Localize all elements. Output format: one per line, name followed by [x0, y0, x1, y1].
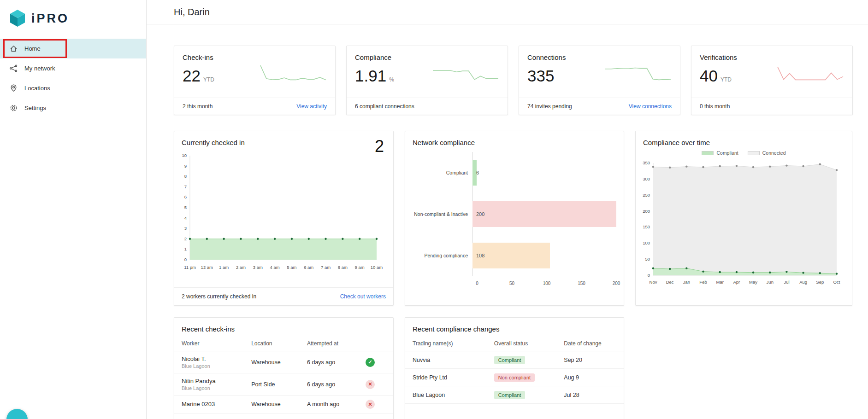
network-icon: [9, 64, 18, 73]
table-row: Nicolai T. Blue Lagoon Warehouse 6 days …: [174, 351, 393, 373]
greeting-text: Hi, Darin: [174, 7, 210, 17]
svg-text:8: 8: [184, 174, 187, 179]
location-pin-icon: [9, 84, 18, 93]
content: Check-ins 22 YTD 2 this month View activ…: [147, 24, 868, 419]
svg-text:10: 10: [182, 153, 187, 158]
svg-text:11 pm: 11 pm: [184, 265, 196, 270]
stat-footer-text: 74 invites pending: [527, 103, 572, 110]
location-cell: Warehouse: [251, 401, 307, 407]
main-area: Hi, Darin Check-ins 22 YTD 2 this month …: [147, 0, 868, 419]
panel-title: Network compliance: [405, 131, 624, 146]
panel-title: Currently checked in: [174, 131, 393, 146]
svg-text:May: May: [749, 279, 757, 285]
recent-compliance-changes-card: Recent compliance changes Trading name(s…: [405, 317, 624, 419]
table-header: Worker Location Attempted at: [174, 333, 393, 351]
svg-text:Oct: Oct: [833, 279, 840, 285]
legend-label: Connected: [762, 150, 786, 156]
network-compliance-bar-chart: Compliant 6 Non-compliant & Inactive 200: [405, 152, 624, 289]
bar-category-label: Non-compliant & Inactive: [413, 211, 472, 217]
sidebar: iPRO Home My network Locations: [0, 0, 147, 419]
svg-text:Jul: Jul: [784, 279, 789, 285]
x-axis-ticks: 050100150200: [477, 280, 616, 289]
svg-text:300: 300: [643, 176, 650, 181]
svg-text:1 am: 1 am: [219, 265, 229, 270]
sidebar-item-locations[interactable]: Locations: [0, 78, 146, 98]
bar-row: Non-compliant & Inactive 200: [413, 193, 616, 235]
sidebar-item-home[interactable]: Home: [0, 39, 146, 58]
svg-text:Jan: Jan: [683, 279, 690, 285]
panel-footer-text: 2 workers currently checked in: [182, 293, 256, 300]
stat-title: Verifications: [700, 53, 844, 61]
trading-name-cell: Nuvvia: [413, 357, 494, 363]
worker-name: Nitin Pandya: [182, 378, 251, 384]
attempted-cell: 6 days ago: [307, 381, 366, 388]
bar-value-label: 200: [476, 211, 484, 217]
stat-unit: %: [389, 76, 394, 83]
trading-name-cell: Stride Pty Ltd: [413, 374, 494, 381]
panel-title: Recent compliance changes: [405, 318, 624, 333]
svg-text:12 am: 12 am: [201, 265, 213, 270]
topbar: Hi, Darin: [147, 0, 868, 24]
table-row: Nuvvia Compliant Sep 20: [405, 351, 624, 369]
recent-checkins-card: Recent check-ins Worker Location Attempt…: [174, 317, 394, 419]
check-out-workers-link[interactable]: Check out workers: [340, 293, 386, 300]
sidebar-item-settings[interactable]: Settings: [0, 98, 146, 118]
svg-text:0: 0: [648, 273, 650, 278]
table-row: Nitin Pandya Blue Lagoon Port Side 6 day…: [174, 373, 393, 396]
app-root: iPRO Home My network Locations: [0, 0, 868, 419]
svg-text:7: 7: [184, 184, 187, 189]
view-activity-link[interactable]: View activity: [296, 103, 327, 110]
tables-row: Recent check-ins Worker Location Attempt…: [174, 317, 853, 419]
location-cell: Port Side: [251, 381, 307, 388]
column-header: Date of change: [564, 340, 616, 347]
gear-icon: [9, 104, 18, 112]
svg-text:1: 1: [184, 246, 187, 251]
sparkline-chart: [776, 63, 845, 87]
axis-tick-label: 0: [476, 281, 478, 286]
attempted-cell: A month ago: [307, 401, 366, 407]
stat-card-connections: Connections 335 74 invites pending View …: [519, 46, 680, 115]
charts-row: Currently checked in 2 01234567891011 pm…: [174, 131, 853, 306]
svg-text:Feb: Feb: [699, 279, 707, 285]
column-header: Trading name(s): [413, 340, 494, 347]
trading-name-cell: Blue Lagoon: [413, 392, 494, 398]
legend-item-connected: Connected: [748, 150, 786, 156]
table-row: Blue Lagoon Compliant Jul 28: [405, 386, 624, 404]
svg-text:Aug: Aug: [799, 279, 807, 285]
x-icon: [366, 380, 375, 389]
stat-title: Connections: [527, 53, 672, 61]
sparkline-chart: [431, 63, 500, 87]
svg-text:250: 250: [643, 192, 650, 198]
column-header: Overall status: [494, 340, 564, 347]
checked-in-count: 2: [375, 137, 384, 156]
svg-text:150: 150: [643, 224, 650, 229]
sparkline-chart: [603, 63, 673, 87]
compliance-over-time-card: Compliance over time Compliant Connected…: [635, 131, 852, 306]
svg-text:6 am: 6 am: [304, 265, 313, 270]
check-icon: [366, 358, 375, 367]
sidebar-item-my-network[interactable]: My network: [0, 58, 146, 78]
non-compliant-bar: [472, 201, 616, 227]
column-header-empty: [366, 340, 386, 347]
table-row: Stride Pty Ltd Non compliant Aug 9: [405, 369, 624, 386]
svg-text:5: 5: [184, 205, 187, 210]
svg-text:3: 3: [184, 226, 187, 231]
legend-swatch: [748, 151, 760, 155]
svg-text:Jun: Jun: [767, 279, 774, 285]
stat-value: 22: [183, 67, 201, 85]
column-header: Worker: [182, 340, 251, 347]
svg-text:Apr: Apr: [733, 279, 740, 285]
stats-row: Check-ins 22 YTD 2 this month View activ…: [174, 46, 853, 115]
svg-text:200: 200: [643, 209, 650, 214]
view-connections-link[interactable]: View connections: [629, 103, 672, 110]
status-badge: Compliant: [494, 391, 526, 399]
legend-swatch: [702, 151, 714, 155]
worker-name: Nicolai T.: [182, 355, 251, 362]
sidebar-nav: Home My network Locations Settings: [0, 39, 146, 118]
panel-title: Recent check-ins: [174, 318, 393, 333]
date-cell: Jul 28: [564, 392, 616, 398]
sidebar-item-label: Locations: [24, 85, 50, 92]
x-icon: [366, 400, 375, 409]
bar-category-label: Pending compliance: [413, 253, 472, 258]
svg-text:Sep: Sep: [816, 279, 824, 285]
